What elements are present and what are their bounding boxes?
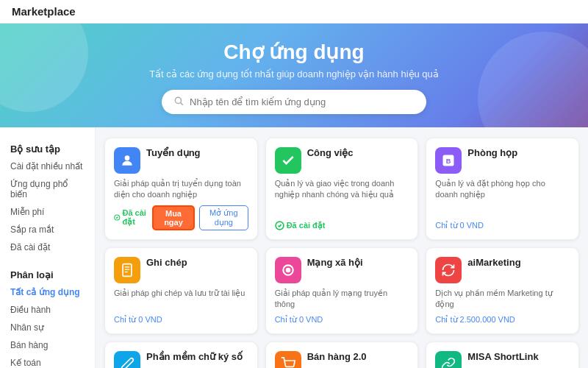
price-badge: Chỉ từ 0 VND: [114, 315, 162, 325]
app-name: Phòng họp: [467, 147, 517, 158]
app-name: Phần mềm chữ ký số: [146, 351, 243, 362]
app-icon: [435, 351, 462, 368]
hero-search-bar: [162, 90, 426, 114]
app-grid: Tuyển dụng Giải pháp quản trị tuyển dụng…: [104, 138, 579, 368]
installed-badge: Đã cài đặt: [275, 221, 326, 230]
app-icon: [275, 147, 301, 174]
categories-title: Phân loại: [0, 263, 95, 283]
sidebar-item-popular[interactable]: Ứng dụng phổ biến: [0, 175, 95, 203]
svg-text:B: B: [446, 158, 451, 165]
app-icon: [275, 257, 301, 283]
sidebar-item-installed[interactable]: Đã cài đặt: [0, 238, 95, 256]
app-name: Tuyển dụng: [146, 147, 201, 158]
sidebar-item-free[interactable]: Miễn phí: [0, 203, 95, 221]
app-desc: Giải pháp ghi chép và lưu trữ tài liệu: [114, 288, 248, 311]
app-icon: B: [435, 147, 462, 174]
app-desc: Dịch vụ phần mềm Marketing tự động: [435, 288, 570, 311]
content-area: Tuyển dụng Giải pháp quản trị tuyển dụng…: [96, 127, 588, 368]
open-button[interactable]: Mở ứng dụng: [199, 205, 248, 230]
app-icon: [114, 147, 140, 174]
app-card-ghi-chep[interactable]: Ghi chép Giải pháp ghi chép và lưu trữ t…: [104, 247, 258, 334]
app-card-tuyen-dung[interactable]: Tuyển dụng Giải pháp quản trị tuyển dụng…: [104, 138, 258, 240]
app-card-phan-mem-chu-ky-so[interactable]: Phần mềm chữ ký số Công cụ giúp bạn tiết…: [104, 342, 258, 368]
hero-subtitle: Tất cả các ứng dụng tốt nhất giúp doanh …: [15, 68, 573, 79]
svg-point-2: [125, 155, 130, 160]
sidebar-item-coming-soon[interactable]: Sắp ra mắt: [0, 221, 95, 238]
sidebar-item-dieu-hanh[interactable]: Điều hành: [0, 301, 95, 319]
app-card-phong-hop[interactable]: B Phòng họp Quản lý và đặt phòng họp cho…: [426, 138, 579, 240]
app-icon: [114, 351, 140, 368]
sidebar-item-ban-hang[interactable]: Bán hàng: [0, 336, 95, 354]
app-name: Ghi chép: [146, 257, 187, 268]
svg-rect-7: [123, 263, 132, 276]
price-badge: Chỉ từ 0 VND: [275, 315, 323, 325]
app-card-ban-hang-20[interactable]: Bán hàng 2.0 Quản trị bán hàng đáp ứng t…: [265, 342, 419, 368]
app-desc: Quản lý và đặt phòng họp cho doanh nghiệ…: [435, 178, 570, 216]
app-icon: [275, 351, 301, 368]
app-icon: [114, 257, 140, 283]
app-name: aiMarketing: [467, 257, 520, 268]
buy-button[interactable]: Mua ngay: [152, 205, 195, 230]
app-name: MISA ShortLink: [467, 351, 538, 362]
svg-point-12: [285, 267, 290, 272]
svg-line-1: [181, 103, 183, 105]
app-card-misa-shortlink[interactable]: MISA ShortLink Công cụ giúp bạn làm ngắn…: [426, 342, 579, 368]
app-name: Công việc: [307, 147, 354, 158]
main-layout: Bộ sưu tập Cài đặt nhiều nhất Ứng dụng p…: [0, 127, 588, 368]
app-desc: Giải pháp quản lý mạng truyền thông: [275, 288, 409, 311]
price-badge: Chỉ từ 2.500.000 VND: [435, 315, 514, 325]
svg-point-0: [175, 97, 181, 103]
sidebar-item-nhan-su[interactable]: Nhân sự: [0, 319, 95, 336]
app-desc: Quản lý và giao việc trong doanh nghiệp …: [275, 178, 409, 216]
sidebar-item-all-apps[interactable]: Tất cả ứng dụng: [0, 283, 95, 301]
app-desc: Giải pháp quản trị tuyển dụng toàn diện …: [114, 178, 248, 201]
topbar-title: Marketplace: [12, 5, 76, 18]
sidebar-item-ke-toan[interactable]: Kế toán: [0, 354, 95, 368]
topbar: Marketplace: [0, 0, 588, 24]
app-name: Mạng xã hội: [307, 257, 363, 268]
app-card-mang-xa-hoi[interactable]: Mạng xã hội Giải pháp quản lý mạng truyề…: [265, 247, 419, 334]
app-card-cong-viec[interactable]: Công việc Quản lý và giao việc trong doa…: [265, 138, 419, 240]
price-badge: Chỉ từ 0 VND: [435, 221, 484, 230]
app-icon: [435, 257, 462, 283]
search-input[interactable]: [190, 96, 415, 107]
search-icon: [173, 96, 184, 108]
hero-banner: Chợ ứng dụng Tất cả các ứng dụng tốt nhấ…: [0, 24, 588, 127]
app-card-aimarketing[interactable]: aiMarketing Dịch vụ phần mềm Marketing t…: [426, 247, 579, 334]
collections-title: Bộ sưu tập: [0, 138, 95, 158]
sidebar: Bộ sưu tập Cài đặt nhiều nhất Ứng dụng p…: [0, 127, 96, 368]
hero-title: Chợ ứng dụng: [15, 40, 573, 64]
app-name: Bán hàng 2.0: [307, 351, 367, 362]
installed-badge: Đã cài đặt: [114, 208, 148, 227]
sidebar-item-most-installed[interactable]: Cài đặt nhiều nhất: [0, 158, 95, 175]
